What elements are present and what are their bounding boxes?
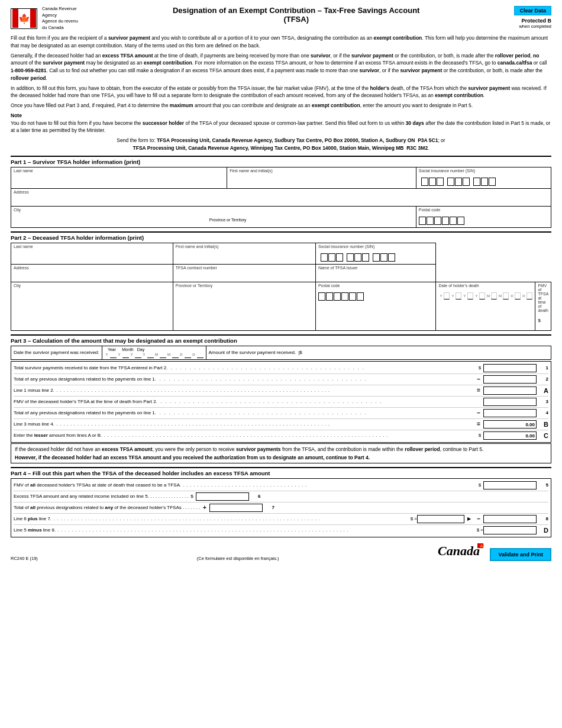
line2-input-box[interactable] (483, 375, 537, 384)
lineB-text: Line 3 minus line 4 (14, 421, 53, 427)
part2-table: Last name First name and initial(s) Soci… (11, 243, 551, 331)
line6-text: Excess TFSA amount and any related incom… (14, 494, 189, 499)
footer: RC240 E (19) (Ce formulaire est disponib… (11, 542, 551, 561)
line7-text: Total of all previous designations relat… (14, 505, 200, 510)
line1-input[interactable] (484, 365, 536, 370)
part2-lastname-label: Last name (14, 244, 170, 249)
svg-rect-0 (12, 9, 18, 28)
line7-input-box[interactable] (209, 504, 263, 512)
part1-postal-label: Postal code (419, 208, 548, 212)
line4-text: Total of any previous designations relat… (14, 410, 155, 415)
part1-sin-box (421, 178, 496, 186)
part2-province-input[interactable] (176, 292, 313, 298)
part4-header: Part 4 – Fill out this part when the TFS… (11, 467, 551, 476)
line1-input-box[interactable] (483, 364, 537, 372)
line6-input-box[interactable] (196, 492, 249, 501)
lineD-input[interactable] (484, 527, 536, 532)
part1-firstname-label: First name and initial(s) (230, 169, 414, 173)
part2-tfsa-contract-input[interactable] (176, 275, 313, 281)
line8-input-box[interactable] (483, 515, 537, 523)
svg-text:🍁: 🍁 (18, 13, 30, 24)
line4-input[interactable] (484, 410, 536, 415)
part2-tfsa-contract-label: TFSA contract number (176, 266, 313, 270)
part3-notes: If the deceased holder did not have an e… (11, 443, 551, 463)
part2-city-label: City (14, 284, 170, 288)
svg-text:Canada: Canada (438, 543, 480, 558)
canada-logo: 🍁 (11, 8, 37, 29)
lineC-value: 0.00 (483, 431, 537, 440)
line7-input[interactable] (210, 504, 262, 510)
part1-postal-box (419, 217, 464, 225)
form-title: Designation of an Exempt Contribution – … (78, 6, 515, 24)
lineA-input-box[interactable] (483, 386, 537, 395)
lineD-input-box[interactable] (483, 526, 537, 534)
line3-text: FMV of the deceased holder's TFSA at the… (14, 399, 156, 404)
part1-sin-label: Social insurance number (SIN) (419, 169, 548, 173)
line2-text: Total of any previous designations relat… (14, 376, 155, 382)
part1-header: Part 1 – Survivor TFSA holder informatio… (11, 156, 551, 165)
line5-text: FMV of all deceased holder's TFSAs at da… (14, 482, 180, 488)
line8-text: Line 6 plus line 7 (14, 516, 50, 521)
part3-amount-label: Amount of the survivor payment received.… (206, 346, 551, 359)
line5-input[interactable] (484, 482, 536, 487)
part2-tfsa-issuer-label: Name of TFSA Issuer (318, 266, 434, 270)
line3-input[interactable] (484, 398, 536, 404)
part3-survivor-amount-input[interactable] (302, 350, 548, 355)
part1-city-input[interactable] (14, 217, 205, 223)
validate-print-button[interactable]: Validate and Print (490, 548, 551, 561)
part1-lastname-label: Last name (14, 169, 224, 173)
line4-input-box[interactable] (483, 409, 537, 417)
agency-text: Canada Revenue Agency Agence du revenu d… (42, 6, 78, 31)
line8-sum-input[interactable] (418, 516, 464, 521)
canada-wordmark-svg: Canada 🍁 (438, 542, 485, 560)
part2-fmv-label: FMV of TFSA at time of death (538, 284, 548, 313)
line2-input[interactable] (484, 376, 536, 381)
protected-b-sub: when completed (514, 24, 551, 29)
line3-input-box[interactable] (483, 398, 537, 406)
part1-table: Last name First name and initial(s) Soci… (11, 167, 551, 228)
line8-input[interactable] (484, 516, 536, 521)
part2-firstname-label: First name and initial(s) (176, 244, 313, 249)
body-instructions: Fill out this form if you are the recipi… (11, 34, 551, 152)
part2-address-label: Address (14, 266, 170, 270)
lineA-input[interactable] (484, 387, 536, 392)
part2-sin-label: Social insurance number (SIN) (318, 244, 434, 249)
svg-text:🍁: 🍁 (479, 543, 485, 549)
part3-date-label: Date the survivor payment was received: (11, 346, 102, 359)
part2-city-input[interactable] (14, 292, 170, 298)
part1-city-label: City (14, 208, 414, 212)
form-code: RC240 E (19) (11, 556, 38, 561)
part3-header: Part 3 – Calculation of the amount that … (11, 334, 551, 344)
part2-date-death-label: Date of holder's death (438, 284, 532, 288)
part2-sin-box (321, 253, 395, 262)
line8-sum-box[interactable] (417, 515, 464, 523)
part2-address-input[interactable] (14, 275, 170, 281)
protected-b-label: Protected B (514, 18, 551, 24)
lineA-text: Line 1 minus line 2 (14, 388, 53, 393)
part2-header: Part 2 – Deceased TFSA holder informatio… (11, 231, 551, 241)
part1-address-label: Address (14, 190, 548, 194)
part1-address-input[interactable] (14, 199, 548, 205)
line5-input-box[interactable] (483, 481, 537, 489)
part2-postal-label: Postal code (318, 284, 434, 288)
clear-data-button[interactable]: Clear Data (514, 6, 551, 15)
part1-firstname-input[interactable] (230, 178, 414, 183)
line1-text: Total survivor payments received to date… (14, 365, 166, 371)
part1-lastname-input[interactable] (14, 178, 224, 183)
svg-rect-2 (30, 9, 36, 28)
part2-province-label: Province or Territory (176, 284, 313, 288)
part2-lastname-input[interactable] (14, 253, 170, 259)
part2-firstname-input[interactable] (176, 253, 313, 259)
part1-province-input[interactable] (250, 217, 338, 223)
line6-input[interactable] (196, 493, 248, 498)
part2-tfsa-issuer-input[interactable] (318, 275, 434, 281)
lineB-value: 0.00 (483, 420, 537, 429)
part2-fmv-input[interactable] (538, 323, 546, 329)
footer-fr-text: (Ce formulaire est disponible en françai… (197, 556, 279, 561)
lineD-text: Line 5 minus line 8 (14, 527, 54, 533)
